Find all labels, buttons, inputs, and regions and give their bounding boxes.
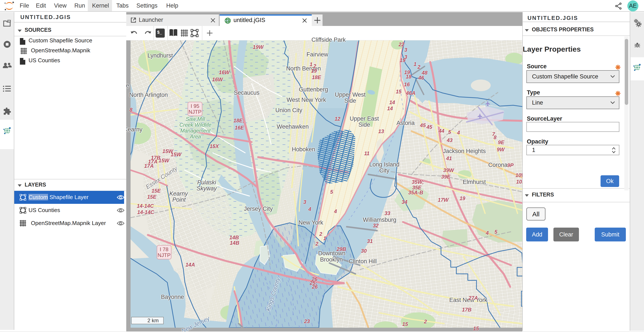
svg-text:I 78: I 78 [160, 246, 168, 252]
svg-text:I 95: I 95 [191, 103, 199, 109]
svg-text:NJTP: NJTP [158, 252, 170, 258]
svg-text:2 km: 2 km [148, 318, 159, 323]
svg-text:NJTP: NJTP [188, 109, 202, 115]
